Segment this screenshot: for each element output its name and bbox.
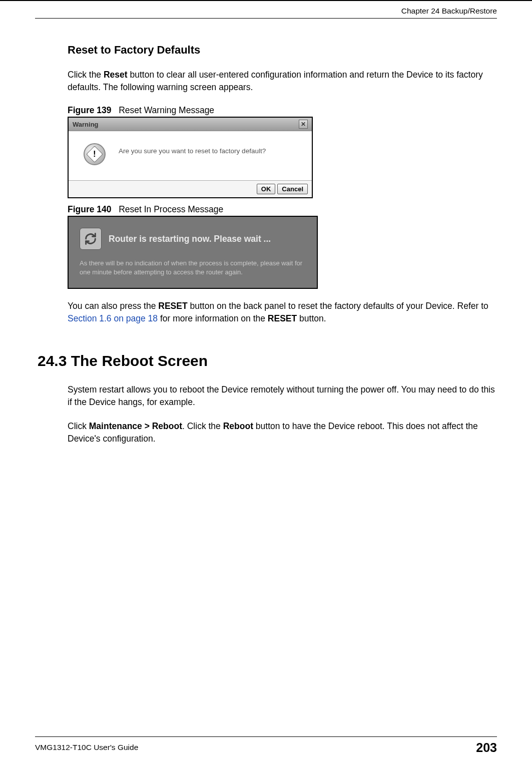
para-reset-intro: Click the Reset button to clear all user… xyxy=(68,69,497,93)
warning-dialog: Warning ✕ ! Are you sure you want to res… xyxy=(68,117,313,198)
restart-header: Router is restarting now. Please wait ..… xyxy=(80,228,306,250)
text: Click xyxy=(68,421,89,431)
warning-icon: ! xyxy=(84,143,106,165)
para-reset-button-note: You can also press the RESET button on t… xyxy=(68,300,497,324)
chapter-header: Chapter 24 Backup/Restore xyxy=(401,7,497,16)
link-section-1-6[interactable]: Section 1.6 on page 18 xyxy=(68,313,158,323)
ok-button[interactable]: OK xyxy=(257,184,276,194)
section-heading-24-3: 24.3 The Reboot Screen xyxy=(38,352,497,369)
footer-rule xyxy=(35,736,497,737)
text: . Click the xyxy=(182,421,223,431)
bold-reset-btn: RESET xyxy=(158,301,187,311)
text: for more information on the xyxy=(158,313,268,323)
bold-maintenance-reboot: Maintenance > Reboot xyxy=(89,421,182,431)
bold-reset: Reset xyxy=(104,70,128,80)
dialog-title: Warning xyxy=(73,121,99,128)
text: button on the back panel to reset the fa… xyxy=(188,301,488,311)
bold-reboot: Reboot xyxy=(223,421,253,431)
content-area: Reset to Factory Defaults Click the Rese… xyxy=(68,44,497,457)
text: button. xyxy=(297,313,326,323)
page-number: 203 xyxy=(476,740,497,755)
refresh-icon xyxy=(80,228,102,250)
dialog-message: Are you sure you want to reset to factor… xyxy=(119,141,266,155)
header-rule xyxy=(35,18,497,19)
page: Chapter 24 Backup/Restore Reset to Facto… xyxy=(0,0,532,763)
dialog-footer: OK Cancel xyxy=(69,180,312,197)
close-button[interactable]: ✕ xyxy=(299,120,308,129)
text: button to clear all user-entered configu… xyxy=(68,70,483,92)
footer-guide-name: VMG1312-T10C User's Guide xyxy=(35,743,138,752)
cancel-button[interactable]: Cancel xyxy=(277,184,308,194)
para-reboot-intro: System restart allows you to reboot the … xyxy=(68,384,497,408)
restart-title: Router is restarting now. Please wait ..… xyxy=(109,234,271,244)
dialog-titlebar: Warning ✕ xyxy=(69,118,312,131)
dialog-body: ! Are you sure you want to reset to fact… xyxy=(69,131,312,180)
restart-subtext: As there will be no indication of when t… xyxy=(80,259,306,277)
bold-reset-btn2: RESET xyxy=(268,313,297,323)
figure-title: Reset In Process Message xyxy=(119,204,223,214)
figure-label: Figure 139 xyxy=(68,105,112,115)
para-reboot-instructions: Click Maintenance > Reboot. Click the Re… xyxy=(68,420,497,445)
figure-140-caption: Figure 140 Reset In Process Message xyxy=(68,204,497,215)
figure-label: Figure 140 xyxy=(68,204,112,214)
restart-dialog: Router is restarting now. Please wait ..… xyxy=(68,216,318,289)
figure-title: Reset Warning Message xyxy=(119,105,214,115)
figure-139-caption: Figure 139 Reset Warning Message xyxy=(68,105,497,116)
section-title-reset: Reset to Factory Defaults xyxy=(68,44,497,57)
text: Click the xyxy=(68,70,104,80)
text: You can also press the xyxy=(68,301,158,311)
